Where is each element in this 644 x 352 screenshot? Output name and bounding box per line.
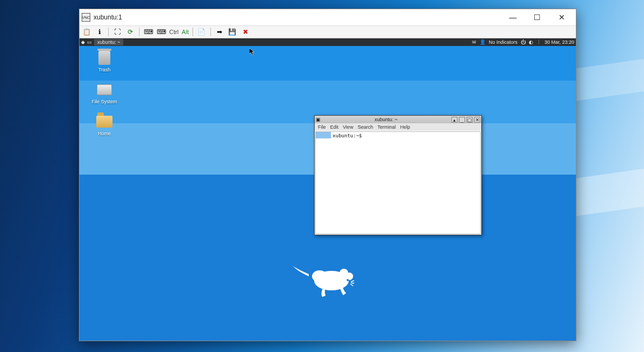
toolbar-separator: [210, 28, 211, 36]
toolbar-separator: [192, 28, 193, 36]
save-button[interactable]: 💾: [227, 26, 238, 37]
remote-desktop[interactable]: ◆ ▭ xubuntu: ~ ✉ 👤 No Indicators ⏻ ◐ ⋮ 3…: [79, 38, 576, 341]
refresh-button[interactable]: ⟳: [124, 26, 136, 37]
svg-point-3: [346, 273, 353, 280]
network-icon[interactable]: ⏻: [521, 39, 526, 45]
terminal-prompt: xubuntu:~$: [318, 133, 478, 138]
desktop-icon-trash[interactable]: Trash: [89, 50, 119, 72]
fullscreen-button[interactable]: ⛶: [111, 26, 123, 37]
close-button[interactable]: ✕: [549, 9, 574, 25]
trash-icon: [98, 51, 110, 65]
terminal-rollup-button[interactable]: ▴: [452, 117, 457, 123]
terminal-menu-file[interactable]: File: [318, 124, 326, 130]
desktop-icon-filesystem[interactable]: File System: [89, 82, 119, 104]
applications-menu-icon[interactable]: ◆: [81, 39, 85, 45]
file-transfer-button[interactable]: ➡: [214, 26, 225, 37]
vnc-toolbar: 📋 ℹ ⛶ ⟳ ⌨ ⌨ Ctrl Alt 📄 ➡ 💾 ✖: [79, 25, 576, 38]
svg-point-1: [312, 270, 327, 282]
desktop-icon-label: File System: [89, 99, 119, 104]
svg-point-4: [347, 279, 349, 281]
terminal-menu-view[interactable]: View: [343, 124, 353, 130]
vnc-viewer-window: VNC xubuntu:1 — ☐ ✕ 📋 ℹ ⛶ ⟳ ⌨ ⌨ Ctrl Alt…: [79, 9, 576, 341]
desktop-icon-home[interactable]: Home: [89, 114, 119, 136]
maximize-button[interactable]: ☐: [525, 9, 549, 25]
folder-icon: [96, 116, 112, 128]
minimize-button[interactable]: —: [501, 9, 525, 25]
vnc-app-icon: VNC: [82, 13, 90, 22]
toolbar-separator: [139, 28, 140, 36]
mail-indicator-icon[interactable]: ✉: [472, 39, 476, 45]
clipboard-button[interactable]: 📄: [196, 26, 208, 37]
terminal-window[interactable]: ▣ xubuntu: ~ ▴ _ ▢ ✕ File Edit View Sear…: [314, 115, 482, 235]
terminal-titlebar[interactable]: ▣ xubuntu: ~ ▴ _ ▢ ✕: [315, 116, 481, 123]
terminal-menu-search[interactable]: Search: [357, 124, 373, 130]
connection-info-button[interactable]: ℹ: [94, 26, 105, 37]
send-cad-button[interactable]: ⌨: [142, 26, 154, 37]
terminal-body[interactable]: xubuntu:~$: [315, 131, 481, 234]
vnc-title-text: xubuntu:1: [94, 14, 122, 21]
terminal-title-text: xubuntu: ~: [322, 117, 450, 122]
desktop-icons: Trash File System Home: [89, 50, 119, 136]
drive-icon: [97, 84, 112, 95]
terminal-menubar: File Edit View Search Terminal Help: [315, 123, 481, 131]
panel-clock[interactable]: 30 Mar, 23:20: [545, 39, 574, 45]
desktop-icon-label: Trash: [89, 67, 119, 72]
terminal-close-button[interactable]: ✕: [474, 117, 480, 123]
indicators-label: No Indicators: [489, 39, 517, 45]
terminal-menu-edit[interactable]: Edit: [330, 124, 339, 130]
volume-icon[interactable]: ◐: [529, 39, 533, 45]
workspace-switcher-icon[interactable]: ▭: [87, 39, 92, 45]
xfce-panel[interactable]: ◆ ▭ xubuntu: ~ ✉ 👤 No Indicators ⏻ ◐ ⋮ 3…: [79, 38, 576, 46]
terminal-maximize-button[interactable]: ▢: [467, 117, 473, 123]
toolbar-separator: [108, 28, 109, 36]
terminal-minimize-button[interactable]: _: [459, 117, 465, 123]
terminal-app-icon: ▣: [316, 117, 321, 122]
taskbar-item-terminal[interactable]: xubuntu: ~: [94, 39, 123, 45]
alt-key-toggle[interactable]: Alt: [181, 29, 190, 35]
more-icon[interactable]: ⋮: [536, 39, 541, 45]
new-connection-button[interactable]: 📋: [81, 26, 92, 37]
terminal-menu-terminal[interactable]: Terminal: [377, 124, 396, 130]
user-indicator-icon[interactable]: 👤: [480, 39, 486, 45]
ctrl-key-toggle[interactable]: Ctrl: [168, 29, 180, 35]
terminal-menu-help[interactable]: Help: [400, 124, 410, 130]
mouse-cursor-icon: [249, 48, 255, 56]
desktop-icon-label: Home: [89, 131, 119, 136]
send-keys-button[interactable]: ⌨: [155, 26, 167, 37]
disconnect-button[interactable]: ✖: [240, 26, 251, 37]
vnc-titlebar[interactable]: VNC xubuntu:1 — ☐ ✕: [79, 9, 576, 25]
xfce-mouse-logo: [293, 255, 363, 298]
